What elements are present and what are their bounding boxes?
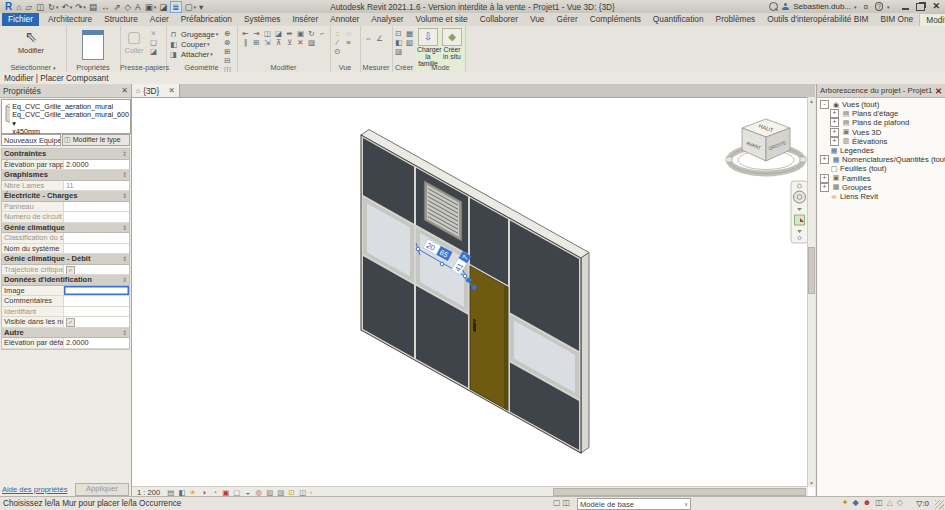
undo-icon-caret[interactable]: ▾	[70, 4, 73, 10]
geometry-row-grugeage[interactable]: ⊓Grugeage▾	[168, 29, 219, 39]
properties-close-icon[interactable]: ✕	[121, 86, 128, 95]
design-option-dropdown[interactable]: Modèle de base ∨	[577, 498, 691, 510]
resize-grip[interactable]	[935, 500, 944, 509]
match-icon[interactable]: ▨	[306, 38, 317, 47]
tree-item-plans-d-tage[interactable]: +▤Plans d'étage	[817, 109, 945, 118]
text-icon[interactable]: A	[134, 1, 143, 13]
property-value[interactable]	[64, 286, 129, 296]
central-model-icon[interactable]: ◫	[875, 498, 883, 507]
search-icon[interactable]	[769, 2, 778, 11]
vertical-scroll-thumb[interactable]	[808, 247, 815, 294]
panel-label-view[interactable]: Vue	[330, 63, 360, 72]
tree-item-nomenclatures-quantit-s-tout-[interactable]: +▦Nomenclatures/Quantités (tout)	[817, 155, 945, 164]
visibility-icon[interactable]: ○	[332, 29, 343, 38]
paste-button[interactable]: ▢ Coller	[122, 28, 146, 55]
close-button[interactable]: ✕	[932, 2, 940, 11]
tree-expander-icon[interactable]: +	[830, 109, 839, 118]
property-section-header[interactable]: Contraintes⇕	[2, 149, 129, 160]
checkbox-icon[interactable]: ✓	[66, 318, 75, 327]
navigation-bar[interactable]	[791, 181, 808, 243]
tag-icon[interactable]: ◇	[123, 1, 133, 13]
property-section-header[interactable]: Autre⇕	[2, 328, 129, 339]
app-store-icon[interactable]: ¤	[862, 1, 870, 13]
type-selector[interactable]: Eq_CVC_Grille_aeration_mural Eq_CVC_Gril…	[1, 99, 131, 134]
tree-expander-icon[interactable]: +	[820, 174, 829, 183]
group-icon[interactable]: ▦	[404, 29, 415, 38]
tree-item-vues-tout-[interactable]: -◉Vues (tout)	[817, 100, 945, 109]
open-icon[interactable]: ▱	[24, 1, 34, 13]
unjoin-icon[interactable]: ⊗	[222, 38, 233, 47]
copy-icon[interactable]: ▢	[148, 38, 159, 47]
view-tab-3d[interactable]: ⌂ {3D} ✕	[132, 84, 180, 97]
tab-analyser[interactable]: Analyser	[365, 13, 409, 26]
tab-syst-mes[interactable]: Systèmes	[238, 13, 286, 26]
property-value[interactable]: 2.0000	[64, 160, 129, 170]
override-icon[interactable]: ◌	[343, 29, 354, 38]
cut-icon[interactable]: ✕	[148, 29, 159, 38]
view-tab-close-icon[interactable]: ✕	[168, 86, 174, 95]
parts-icon[interactable]: ▨	[393, 47, 404, 56]
home-icon[interactable]: ⌂	[15, 1, 23, 13]
minimize-button[interactable]	[902, 8, 909, 10]
tab-architecture[interactable]: Architecture	[42, 13, 98, 26]
selection-filter[interactable]: ▽:0	[916, 499, 929, 508]
active-option-icon[interactable]: ▢	[553, 498, 561, 507]
default-3d-view-icon[interactable]: ▣	[143, 1, 154, 13]
panel-label-create[interactable]: Créer	[392, 63, 416, 72]
caret-icon[interactable]: ▾	[210, 51, 213, 57]
property-value[interactable]	[64, 233, 129, 243]
mirror-pick-icon[interactable]: ◫	[262, 29, 273, 38]
tab-volume-et-site[interactable]: Volume et site	[410, 13, 474, 26]
panel-label-clipboard[interactable]: Presse-papiers	[120, 63, 166, 72]
project-browser-header[interactable]: Arborescence du projet - Projet1 ✕	[817, 84, 945, 98]
tree-item-feuilles-tout-[interactable]: ▢Feuilles (tout)	[817, 164, 945, 173]
properties-help-link[interactable]: Aide des propriétés	[2, 485, 67, 494]
panel-label-select[interactable]: Sélectionner ▾	[0, 63, 66, 72]
thin-lines-icon[interactable]: ≣	[170, 1, 182, 13]
tab-g-rer[interactable]: Gérer	[550, 13, 583, 26]
tree-item-groupes[interactable]: +▩Groupes	[817, 183, 945, 192]
panel-label-mode[interactable]: Mode	[416, 63, 465, 72]
signed-in-user[interactable]: Sebastien.dub...	[793, 2, 851, 11]
tree-item-liens-revit[interactable]: ∞Liens Revit	[817, 192, 945, 201]
horizontal-scroll-thumb[interactable]	[553, 488, 806, 496]
tab-fichier[interactable]: Fichier	[2, 13, 39, 26]
app-logo[interactable]: R	[4, 1, 14, 13]
similar-icon[interactable]: ◧	[393, 38, 404, 47]
offset-icon[interactable]: ⇥	[251, 29, 262, 38]
move-icon[interactable]: ⇹	[284, 29, 295, 38]
properties-header[interactable]: Propriétés ✕	[0, 84, 131, 98]
match-properties-icon[interactable]: ◪	[148, 47, 159, 56]
tab-structure[interactable]: Structure	[98, 13, 144, 26]
mirror-axis-icon[interactable]: ◪	[273, 29, 284, 38]
checkbox-icon[interactable]: ✓	[66, 266, 75, 275]
redo-icon-caret[interactable]: ▾	[83, 4, 86, 10]
delete-icon[interactable]: ✕	[295, 38, 306, 47]
tab-acier[interactable]: Acier	[144, 13, 175, 26]
tree-expander-icon[interactable]: +	[830, 128, 839, 137]
array-icon[interactable]: ⊞	[251, 38, 262, 47]
help-caret-icon[interactable]: ▾	[887, 4, 890, 10]
caret-icon[interactable]: ▾	[207, 41, 210, 47]
tab-compl-ments[interactable]: Compléments	[584, 13, 647, 26]
account-icon[interactable]	[782, 3, 789, 10]
caret-icon[interactable]: ▾	[216, 31, 219, 37]
tree-item-vues-3d[interactable]: +▣Vues 3D	[817, 128, 945, 137]
property-value[interactable]: 11	[64, 181, 129, 191]
tab-vue[interactable]: Vue	[524, 13, 550, 26]
default-3d-view-icon-caret[interactable]: ▾	[154, 4, 157, 10]
scale-icon[interactable]: ⇲	[262, 38, 273, 47]
vertical-scrollbar[interactable]: ▲ ▼	[807, 97, 815, 487]
panel-label-properties[interactable]: Propriétés	[66, 63, 120, 72]
displace-icon[interactable]: ⊙	[332, 47, 343, 56]
section-icon[interactable]: ◪	[158, 1, 169, 13]
tab-modifier-placer-composant[interactable]: Modifier | Placer Composant	[919, 13, 945, 26]
tree-expander-icon[interactable]: -	[820, 100, 829, 109]
modify-button[interactable]: ⇖ Modifier	[8, 28, 54, 55]
copy-icon[interactable]: ▣	[295, 29, 306, 38]
legend-component-icon[interactable]: ⊡	[393, 29, 404, 38]
switch-windows-icon[interactable]: ▢	[183, 1, 194, 13]
tab-bim-one[interactable]: BIM One	[874, 13, 919, 26]
pin-icon[interactable]: ⊼	[273, 38, 284, 47]
property-value[interactable]	[64, 212, 129, 222]
